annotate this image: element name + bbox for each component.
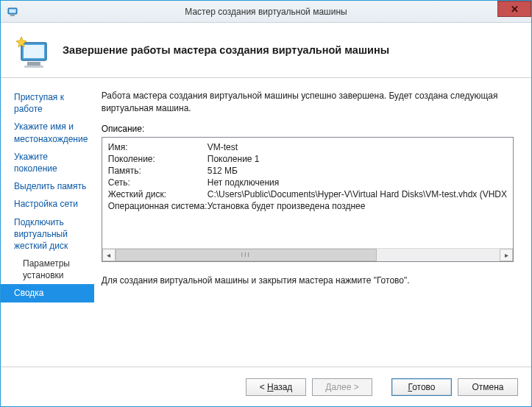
- back-button[interactable]: < Назад: [246, 378, 306, 396]
- wizard-header: Завершение работы мастера создания вирту…: [1, 23, 531, 78]
- description-content: Имя: VM-test Поколение: Поколение 1 Памя…: [102, 138, 513, 248]
- step-vhd[interactable]: Подключить виртуальный жесткий диск: [1, 213, 94, 255]
- horizontal-scrollbar[interactable]: ◂ III ▸: [102, 248, 513, 261]
- cancel-button[interactable]: Отмена: [458, 378, 518, 396]
- wizard-window: Мастер создания виртуальной машины ✕ Зав…: [0, 0, 532, 407]
- close-button[interactable]: ✕: [497, 1, 531, 17]
- summary-value: Поколение 1: [208, 154, 260, 164]
- summary-row-disk: Жесткий диск: C:\Users\Public\Documents\…: [108, 189, 507, 199]
- summary-row-memory: Память: 512 МБ: [108, 166, 507, 176]
- step-summary[interactable]: Сводка: [1, 284, 94, 302]
- intro-text: Работа мастера создания виртуальной маши…: [102, 90, 514, 115]
- summary-value: Установка будет произведена позднее: [208, 201, 366, 211]
- scroll-right-arrow-icon[interactable]: ▸: [500, 249, 513, 261]
- svg-rect-1: [10, 9, 16, 13]
- summary-key: Жесткий диск:: [108, 189, 208, 199]
- summary-key: Операционная система:: [108, 201, 208, 211]
- step-network[interactable]: Настройка сети: [1, 195, 94, 213]
- svg-rect-4: [24, 45, 44, 58]
- summary-value: VM-test: [208, 142, 238, 152]
- scroll-thumb[interactable]: III: [116, 249, 377, 261]
- svg-rect-5: [27, 62, 40, 66]
- summary-key: Имя:: [108, 142, 208, 152]
- summary-value: Нет подключения: [208, 177, 280, 188]
- wizard-content: Работа мастера создания виртуальной маши…: [94, 78, 531, 367]
- summary-row-generation: Поколение: Поколение 1: [108, 154, 507, 164]
- finish-hint: Для создания виртуальной машины и закрыт…: [102, 275, 514, 286]
- summary-row-name: Имя: VM-test: [108, 142, 507, 152]
- finish-button[interactable]: Готово: [391, 378, 452, 396]
- summary-key: Сеть:: [108, 177, 208, 188]
- summary-value: 512 МБ: [208, 166, 238, 176]
- scroll-left-arrow-icon[interactable]: ◂: [102, 249, 116, 261]
- summary-value: C:\Users\Public\Documents\Hyper-V\Virtua…: [208, 189, 507, 199]
- svg-rect-6: [24, 66, 43, 68]
- next-button: Далее >: [312, 378, 372, 396]
- titlebar: Мастер создания виртуальной машины ✕: [1, 1, 531, 23]
- wizard-footer: < Назад Далее > Готово Отмена: [1, 367, 531, 406]
- step-install-options[interactable]: Параметры установки: [1, 255, 94, 284]
- window-title: Мастер создания виртуальной машины: [1, 7, 531, 17]
- step-name-location[interactable]: Укажите имя и местонахождение: [1, 118, 94, 147]
- page-title: Завершение работы мастера создания вирту…: [63, 44, 389, 56]
- wizard-body: Приступая к работе Укажите имя и местона…: [1, 78, 531, 367]
- scroll-track[interactable]: III: [116, 249, 500, 261]
- app-icon: [7, 6, 18, 18]
- summary-row-os: Операционная система: Установка будет пр…: [108, 201, 507, 211]
- summary-key: Поколение:: [108, 154, 208, 164]
- summary-key: Память:: [108, 166, 208, 176]
- summary-row-network: Сеть: Нет подключения: [108, 177, 507, 188]
- description-label: Описание:: [102, 124, 514, 134]
- step-generation[interactable]: Укажите поколение: [1, 148, 94, 177]
- step-memory[interactable]: Выделить память: [1, 177, 94, 195]
- close-icon: ✕: [511, 4, 519, 14]
- wizard-steps-sidebar: Приступая к работе Укажите имя и местона…: [1, 78, 94, 367]
- step-getting-started[interactable]: Приступая к работе: [1, 88, 94, 118]
- svg-rect-2: [10, 15, 15, 16]
- wizard-icon: [14, 32, 49, 68]
- description-box: Имя: VM-test Поколение: Поколение 1 Памя…: [102, 137, 514, 262]
